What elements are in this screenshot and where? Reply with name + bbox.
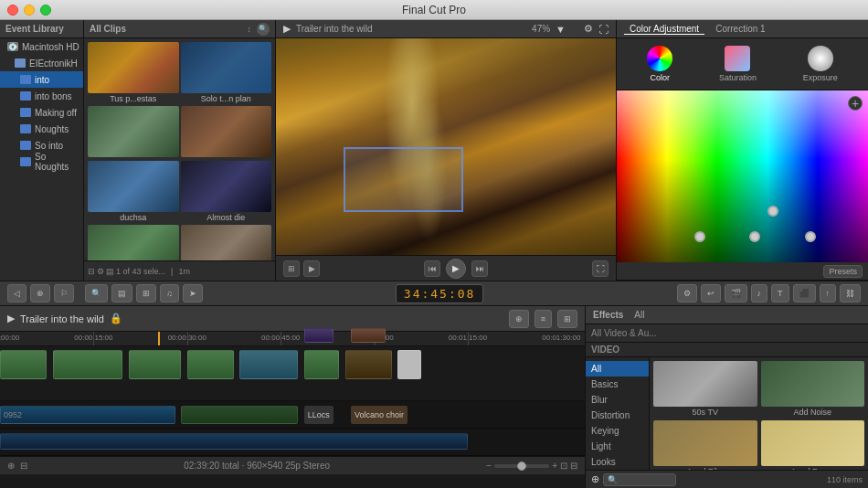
search-icon[interactable]: 🔍 (257, 23, 270, 36)
toolbar-music-button[interactable]: ♪ (751, 284, 768, 302)
connected-clip-2[interactable] (351, 328, 386, 343)
color-tool-saturation[interactable]: Saturation (719, 46, 757, 82)
go-to-start-button[interactable]: ⏮ (424, 260, 440, 277)
playhead[interactable] (158, 332, 160, 345)
clip-item-duchsa[interactable]: duchsa (88, 161, 179, 223)
color-tool-color[interactable]: Color (647, 46, 672, 82)
zoom-dropdown-icon[interactable]: ▼ (556, 24, 566, 35)
minimize-button[interactable] (24, 5, 35, 16)
clip-item-solo[interactable]: Solo t...n plan (181, 42, 272, 104)
clip-item-4[interactable] (181, 106, 272, 159)
play-button[interactable]: ▶ (446, 259, 466, 279)
color-handle-3[interactable] (805, 231, 816, 242)
selection-box[interactable] (344, 147, 462, 212)
sidebar-item-into[interactable]: into (0, 71, 83, 88)
maximize-button[interactable] (40, 5, 51, 16)
clip-item-tus-p-estas[interactable]: Tus p...estas (88, 42, 179, 104)
toolbar-add-button[interactable]: ⊕ (30, 284, 50, 302)
toolbar-text-button[interactable]: T (771, 284, 789, 302)
connected-clip-1[interactable] (304, 328, 333, 343)
zoom-fit-button[interactable]: ⊡ (560, 461, 567, 471)
status-icon-add[interactable]: ⊕ (7, 461, 15, 471)
sidebar-item-so-noughts[interactable]: So Noughts (0, 154, 83, 170)
toolbar-clip-button[interactable]: ▤ (111, 284, 132, 302)
ruler-mark (93, 332, 94, 345)
zoom-in-button[interactable]: + (552, 461, 557, 471)
effect-item-add-noise[interactable]: Add Noise (761, 361, 865, 417)
effects-cat-light[interactable]: Light (586, 439, 649, 454)
audio-clip-2[interactable] (181, 406, 298, 424)
sidebar-item-electronikh[interactable]: EIEctronikH (0, 55, 83, 71)
presets-button[interactable]: Presets (823, 265, 863, 278)
audio-clip-1[interactable] (0, 406, 175, 424)
color-board[interactable]: + (617, 90, 868, 262)
clip-item-roques[interactable]: Roques (181, 225, 272, 260)
add-button[interactable]: + (848, 96, 863, 111)
toolbar-gear-button[interactable]: ⚙ (677, 284, 697, 302)
zoom-slider-thumb[interactable] (517, 461, 526, 471)
effect-item-aged-paper[interactable]: Aged Paper (761, 420, 865, 470)
toolbar-audio-button[interactable]: ♫ (160, 284, 179, 302)
sidebar-item-noughts[interactable]: Noughts (0, 121, 83, 137)
color-tool-exposure[interactable]: Exposure (803, 46, 838, 82)
viewer-layout-button[interactable]: ⊞ (283, 260, 300, 277)
effects-footer-icon[interactable]: ⊕ (591, 473, 599, 485)
toolbar-view-button[interactable]: ⊞ (136, 284, 156, 302)
timeline-zoom-button[interactable]: ⊞ (557, 310, 577, 328)
toolbar-share-button[interactable]: ↑ (820, 284, 837, 302)
zoom-clip-button[interactable]: ⊟ (570, 461, 577, 471)
sidebar-item-macintosh-hd[interactable]: 💽 Macintosh HD (0, 38, 83, 55)
toolbar-shape-button[interactable]: ⬛ (793, 284, 816, 302)
tab-color-adjustment[interactable]: Color Adjustment (624, 24, 704, 35)
viewer-zoom-button[interactable]: ▶ (303, 260, 320, 277)
video-clip-8[interactable] (397, 350, 421, 379)
sort-button[interactable]: ↕ (248, 25, 252, 34)
toolbar-flag-button[interactable]: ⚐ (54, 284, 74, 302)
go-to-end-button[interactable]: ⏭ (471, 260, 488, 277)
video-clip-4[interactable] (187, 350, 234, 379)
video-clip-5[interactable] (239, 350, 298, 379)
effects-cat-basics[interactable]: Basics (586, 377, 649, 392)
browser-view-toggle[interactable]: ▤ (106, 267, 114, 276)
toolbar-clip-icon-button[interactable]: 🎬 (725, 284, 747, 302)
effects-cat-all[interactable]: All (586, 361, 649, 377)
effects-cat-distortion[interactable]: Distortion (586, 408, 649, 423)
video-clip-6[interactable] (304, 350, 339, 379)
toolbar-undo-button[interactable]: ↩ (701, 284, 721, 302)
clip-item-3[interactable] (88, 106, 179, 159)
zoom-slider[interactable] (494, 464, 549, 468)
video-clip-3[interactable] (129, 350, 182, 379)
color-handle-1[interactable] (694, 231, 705, 242)
toolbar-back-button[interactable]: ◁ (7, 284, 26, 302)
ruler-mark (281, 332, 281, 345)
timeline-audio-lanes-button[interactable]: ≡ (535, 310, 552, 328)
color-handle-2[interactable] (749, 231, 760, 242)
effect-item-aged-film[interactable]: Aged Film (653, 420, 757, 470)
video-clip-2[interactable] (53, 350, 123, 379)
viewer-fullscreen-icon[interactable]: ⛶ (598, 24, 609, 35)
clip-item-sitios[interactable]: he vis...sitios (88, 225, 179, 260)
toolbar-connect-button[interactable]: ⛓ (840, 284, 861, 302)
close-button[interactable] (7, 5, 18, 16)
effect-thumbnail-agedpaper (761, 420, 865, 466)
sidebar-item-into-bons[interactable]: into bons (0, 88, 83, 104)
zoom-out-button[interactable]: − (486, 461, 492, 471)
effects-cat-blur[interactable]: Blur (586, 392, 649, 408)
effects-cat-keying[interactable]: Keying (586, 423, 649, 439)
video-clip-7[interactable] (345, 350, 392, 379)
timeline-append-button[interactable]: ⊕ (509, 310, 529, 328)
effects-search-input-wrapper[interactable]: 🔍 (603, 473, 676, 486)
color-handle-master[interactable] (767, 206, 778, 217)
video-clip-1[interactable] (0, 350, 47, 379)
status-icon-settings[interactable]: ⊟ (20, 461, 27, 471)
viewer-fullscreen-button[interactable]: ⛶ (592, 260, 609, 277)
clip-item-almost[interactable]: Almost die (181, 161, 272, 223)
tab-correction[interactable]: Correction 1 (710, 24, 770, 34)
effect-item-50stv[interactable]: 50s TV (653, 361, 757, 417)
viewer-settings-icon[interactable]: ⚙ (584, 23, 593, 35)
effects-cat-looks[interactable]: Looks (586, 454, 649, 470)
audio-clip-bg[interactable] (0, 433, 468, 450)
sidebar-item-making-off[interactable]: Making off (0, 104, 83, 121)
toolbar-arrow-button[interactable]: ➤ (183, 284, 203, 302)
toolbar-search-button[interactable]: 🔍 (85, 284, 108, 302)
